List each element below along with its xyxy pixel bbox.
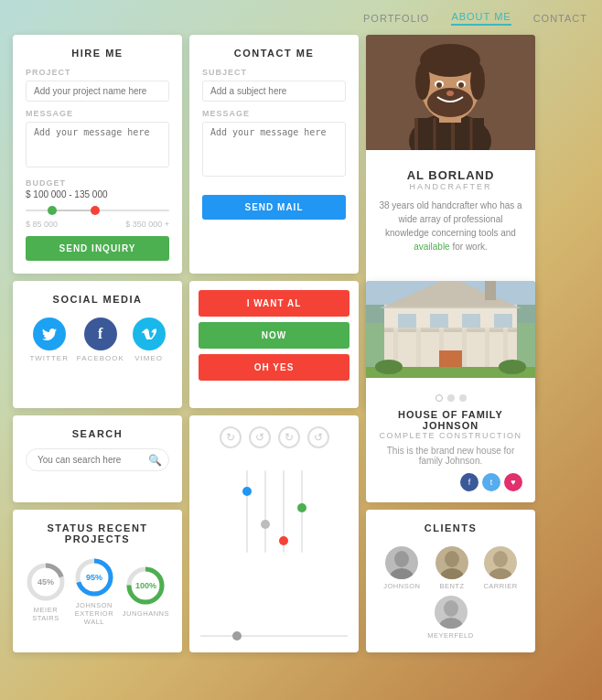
status-name-jung: JUNGHANNS: [123, 609, 169, 618]
status-name-johnson: JOHNSONEXTERIOR WALL: [66, 601, 123, 626]
client-avatar-bentz: [435, 546, 468, 579]
oh-yes-button[interactable]: OH YES: [199, 354, 349, 381]
svg-rect-39: [430, 314, 448, 328]
subject-input[interactable]: [202, 81, 346, 102]
message-label-hire: MESSAGE: [26, 109, 169, 118]
dot-1: [435, 394, 443, 402]
svg-rect-41: [494, 314, 512, 328]
message-textarea-hire[interactable]: [26, 122, 169, 167]
status-card: STATUS RECENT PROJECTS 45% MEIERSTAIRS: [13, 510, 182, 652]
pie-meier: 45%: [26, 562, 66, 602]
status-title: STATUS RECENT PROJECTS: [26, 522, 169, 544]
profile-bio: 38 years old handcrafter who has a wide …: [379, 199, 522, 253]
dot-2: [447, 394, 455, 402]
send-mail-button[interactable]: SEND MAIL: [202, 195, 346, 220]
message-textarea-contact[interactable]: [202, 122, 346, 177]
circle-2[interactable]: ↺: [249, 426, 271, 448]
svg-rect-38: [398, 314, 416, 328]
client-name-bentz: BENTZ: [439, 582, 464, 590]
client-johnson: JOHNSON: [383, 546, 420, 590]
svg-point-51: [445, 551, 459, 567]
profile-name: AL BORLAND: [379, 168, 522, 182]
social-title: SOCIAL MEDIA: [26, 294, 169, 305]
svg-rect-40: [462, 314, 480, 328]
project-label: PROJECT: [26, 68, 169, 77]
i-want-al-button[interactable]: I WANT AL: [199, 290, 349, 317]
svg-rect-34: [462, 328, 467, 369]
client-avatar-carrier: [484, 546, 517, 579]
svg-point-48: [394, 551, 409, 567]
pie-jung: 100%: [125, 565, 166, 606]
project-input[interactable]: [26, 81, 169, 102]
svg-point-46: [499, 360, 526, 374]
status-item-jung: 100% JUNGHANNS: [123, 565, 169, 618]
client-avatar-johnson: [385, 546, 418, 579]
house-twitter-icon[interactable]: t: [482, 473, 500, 491]
facebook-item[interactable]: f FACEBOOK: [77, 318, 124, 362]
v-slider-4[interactable]: [301, 470, 303, 553]
house-instagram-icon[interactable]: ♥: [504, 473, 522, 491]
house-title: HOUSE OF FAMILY JOHNSON: [379, 409, 522, 431]
clients-card: CLIENTS JOHNSON: [366, 510, 535, 652]
budget-label: BUDGET: [26, 178, 169, 188]
buttons-panel: I WANT AL NOW OH YES: [189, 281, 359, 408]
status-name-meier: MEIERSTAIRS: [32, 606, 59, 622]
budget-range: $ 85 000 $ 350 000 +: [26, 220, 169, 229]
house-facebook-icon[interactable]: f: [460, 473, 478, 491]
search-wrap: 🔍: [26, 448, 169, 471]
profile-role: HANDCRAFTER: [379, 182, 522, 191]
nav-contact[interactable]: CONTACT: [533, 13, 587, 24]
pie-jung-label: 100%: [125, 565, 166, 606]
house-subtitle: COMPLETE CONSTRUCTION: [379, 431, 522, 440]
clients-title: CLIENTS: [379, 522, 522, 533]
client-name-carrier: CARRIER: [483, 582, 517, 590]
pie-meier-label: 45%: [26, 562, 66, 602]
house-image: [366, 281, 535, 378]
svg-point-11: [415, 63, 430, 100]
pie-johnson-label: 95%: [74, 557, 114, 598]
client-name-meyerfeld: MEYERFELD: [427, 631, 473, 640]
svg-point-16: [436, 82, 442, 88]
budget-slider[interactable]: [26, 203, 169, 218]
nav-about-me[interactable]: ABOUT ME: [451, 11, 511, 26]
social-icons: TWITTER f FACEBOOK VIMEO: [26, 314, 169, 362]
nav-portfolio[interactable]: PORTFOLIO: [363, 13, 429, 24]
circle-3[interactable]: ↻: [278, 426, 300, 448]
search-icon[interactable]: 🔍: [148, 454, 162, 467]
svg-point-12: [470, 63, 485, 100]
circle-4[interactable]: ↺: [307, 426, 329, 448]
client-name-johnson: JOHNSON: [383, 582, 420, 590]
svg-point-54: [493, 551, 508, 567]
search-card: SEARCH 🔍: [13, 415, 182, 502]
status-item-meier: 45% MEIERSTAIRS: [26, 562, 66, 622]
v-slider-3[interactable]: [283, 470, 285, 553]
svg-rect-43: [485, 281, 496, 300]
social-media-card: SOCIAL MEDIA TWITTER f FACEBOOK VIMEO: [13, 281, 182, 408]
now-button[interactable]: NOW: [199, 322, 349, 349]
dot-3: [459, 394, 467, 402]
hire-me-title: HIRE ME: [26, 48, 169, 59]
v-slider-2[interactable]: [264, 470, 266, 553]
facebook-label: FACEBOOK: [77, 354, 124, 362]
house-info: HOUSE OF FAMILY JOHNSON COMPLETE CONSTRU…: [366, 387, 535, 502]
send-inquiry-button[interactable]: SEND INQUIRY: [26, 236, 169, 261]
v-slider-1[interactable]: [246, 470, 248, 553]
twitter-item[interactable]: TWITTER: [29, 318, 69, 362]
client-avatar-meyerfeld: [435, 596, 468, 629]
message-label-contact: MESSAGE: [202, 109, 346, 118]
client-carrier: CARRIER: [483, 546, 517, 590]
hire-me-card: HIRE ME PROJECT MESSAGE BUDGET $ 100 000…: [13, 35, 182, 274]
subject-label: SUBJECT: [202, 68, 346, 77]
main-grid: HIRE ME PROJECT MESSAGE BUDGET $ 100 000…: [0, 35, 602, 652]
svg-rect-35: [485, 328, 489, 369]
svg-point-17: [458, 82, 464, 88]
facebook-icon: f: [84, 318, 117, 350]
search-title: SEARCH: [26, 428, 169, 439]
house-social-links: f t ♥: [379, 473, 522, 491]
horizontal-slider[interactable]: [200, 630, 348, 641]
circle-1[interactable]: ↻: [220, 426, 242, 448]
svg-point-10: [420, 44, 480, 77]
vimeo-item[interactable]: VIMEO: [133, 318, 166, 362]
svg-rect-3: [416, 118, 484, 150]
clients-grid: JOHNSON BENTZ: [379, 543, 522, 640]
